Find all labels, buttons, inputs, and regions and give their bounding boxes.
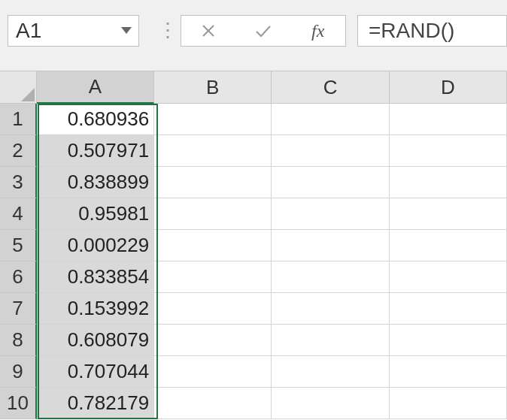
cell[interactable]: [154, 388, 272, 419]
spreadsheet-grid: A B C D 10.68093620.50797130.83889940.95…: [0, 71, 507, 419]
cell[interactable]: [390, 135, 507, 167]
cell[interactable]: [272, 104, 389, 135]
column-header-d[interactable]: D: [390, 71, 507, 104]
row-header[interactable]: 9: [0, 356, 37, 388]
cell[interactable]: 0.507971: [37, 135, 154, 167]
cell[interactable]: [390, 230, 507, 261]
row-header[interactable]: 5: [0, 230, 37, 261]
cell[interactable]: [154, 104, 272, 135]
formula-buttons: fx: [181, 15, 346, 47]
formula-text: =RAND(): [369, 19, 454, 43]
cell[interactable]: 0.833854: [37, 261, 154, 293]
separator-icon: ⋮: [158, 19, 178, 43]
cell[interactable]: [272, 325, 389, 356]
row-header[interactable]: 4: [0, 198, 37, 230]
cell[interactable]: [272, 388, 389, 419]
name-box[interactable]: A1: [8, 15, 139, 47]
cell[interactable]: 0.838899: [37, 167, 154, 198]
cell[interactable]: 0.153992: [37, 293, 154, 325]
cell[interactable]: 0.608079: [37, 325, 154, 356]
cell[interactable]: [272, 167, 389, 198]
cell[interactable]: [390, 198, 507, 230]
fx-label: fx: [311, 21, 324, 41]
table-row: 50.000229: [0, 230, 507, 261]
table-row: 70.153992: [0, 293, 507, 325]
cell[interactable]: [154, 325, 272, 356]
cancel-icon[interactable]: [181, 23, 236, 38]
row-header[interactable]: 2: [0, 135, 37, 167]
cell[interactable]: [154, 135, 272, 167]
cell[interactable]: 0.95981: [37, 198, 154, 230]
column-header-a[interactable]: A: [37, 71, 154, 104]
cell[interactable]: [390, 104, 507, 135]
table-row: 10.680936: [0, 104, 507, 135]
row-header[interactable]: 8: [0, 325, 37, 356]
cell[interactable]: [272, 261, 389, 293]
cell[interactable]: [390, 356, 507, 388]
svg-marker-1: [21, 88, 35, 101]
row-header[interactable]: 3: [0, 167, 37, 198]
cell[interactable]: [272, 230, 389, 261]
cell[interactable]: [272, 135, 389, 167]
row-header[interactable]: 7: [0, 293, 37, 325]
column-headers: A B C D: [0, 71, 507, 104]
table-row: 30.838899: [0, 167, 507, 198]
cell[interactable]: [272, 293, 389, 325]
table-row: 80.608079: [0, 325, 507, 356]
cell[interactable]: [272, 356, 389, 388]
enter-icon[interactable]: [236, 23, 291, 38]
table-row: 40.95981: [0, 198, 507, 230]
column-header-c[interactable]: C: [272, 71, 389, 104]
cell[interactable]: [390, 388, 507, 419]
table-row: 60.833854: [0, 261, 507, 293]
cell[interactable]: 0.680936: [37, 104, 154, 135]
formula-bar-area: A1 ⋮ fx =RAND(): [0, 0, 507, 71]
name-box-value: A1: [8, 19, 114, 43]
cell[interactable]: [154, 261, 272, 293]
table-row: 100.782179: [0, 388, 507, 419]
cell[interactable]: [154, 356, 272, 388]
cell[interactable]: [390, 293, 507, 325]
svg-marker-0: [121, 27, 132, 34]
cell[interactable]: [272, 198, 389, 230]
cell[interactable]: [154, 293, 272, 325]
cell[interactable]: 0.782179: [37, 388, 154, 419]
row-header[interactable]: 10: [0, 388, 37, 419]
table-row: 20.507971: [0, 135, 507, 167]
table-row: 90.707044: [0, 356, 507, 388]
cell[interactable]: [154, 167, 272, 198]
formula-input[interactable]: =RAND(): [357, 15, 507, 47]
row-header[interactable]: 6: [0, 261, 37, 293]
cell[interactable]: [390, 167, 507, 198]
row-header[interactable]: 1: [0, 104, 37, 135]
select-all-corner[interactable]: [0, 71, 37, 104]
cell[interactable]: 0.000229: [37, 230, 154, 261]
cell[interactable]: [154, 198, 272, 230]
insert-function-button[interactable]: fx: [290, 21, 345, 41]
column-header-b[interactable]: B: [154, 71, 272, 104]
cell[interactable]: [154, 230, 272, 261]
chevron-down-icon[interactable]: [114, 27, 138, 35]
cell[interactable]: 0.707044: [37, 356, 154, 388]
cell[interactable]: [390, 325, 507, 356]
cell[interactable]: [390, 261, 507, 293]
